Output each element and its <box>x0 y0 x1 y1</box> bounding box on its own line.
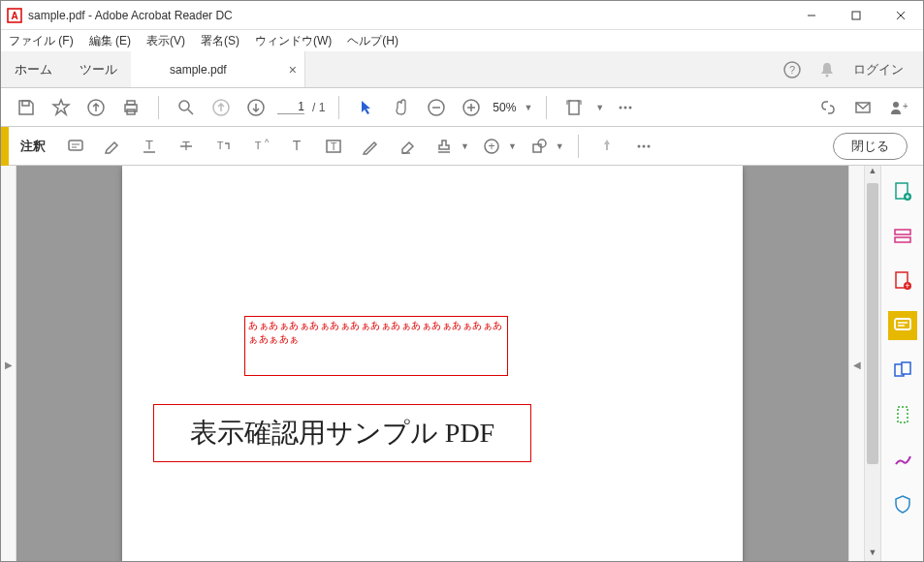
toolbar-marker <box>1 127 9 166</box>
chevron-right-icon: ▶ <box>5 359 13 370</box>
svg-rect-12 <box>127 101 135 105</box>
underline-icon[interactable]: T <box>135 133 164 160</box>
svg-point-14 <box>179 101 189 110</box>
svg-text:T: T <box>145 138 153 152</box>
share-person-icon[interactable]: + <box>884 94 911 121</box>
compress-icon[interactable] <box>888 400 917 429</box>
maximize-button[interactable] <box>834 1 878 30</box>
svg-line-15 <box>188 109 193 114</box>
document-viewer[interactable]: あぁあぁあぁあぁあぁあぁあぁあぁあぁあぁあぁあぁあぁあぁあぁ 表示確認用サンプル… <box>16 166 848 562</box>
page-total: / 1 <box>312 101 325 114</box>
tab-document[interactable]: sample.pdf × <box>131 51 305 87</box>
zoom-value[interactable]: 50% <box>493 101 516 114</box>
svg-rect-54 <box>895 230 910 234</box>
svg-text:+: + <box>905 281 909 291</box>
fit-dropdown-icon[interactable]: ▼ <box>595 103 604 112</box>
fill-sign-icon[interactable] <box>888 445 917 474</box>
organize-pages-icon[interactable] <box>888 222 917 251</box>
close-tab-icon[interactable]: × <box>289 62 297 78</box>
share-link-icon[interactable] <box>814 94 842 121</box>
menu-help[interactable]: ヘルプ(H) <box>343 31 402 51</box>
stamp-icon[interactable] <box>430 133 459 160</box>
svg-point-50 <box>642 144 645 147</box>
replace-text-icon[interactable]: T <box>208 133 238 160</box>
page-number-input[interactable] <box>277 100 304 114</box>
combine-files-icon[interactable] <box>888 356 917 385</box>
menu-file[interactable]: ファイル (F) <box>5 31 78 51</box>
right-panel-handle[interactable]: ◀ <box>848 166 864 562</box>
export-pdf-icon[interactable] <box>888 177 917 206</box>
eraser-icon[interactable] <box>393 133 422 160</box>
zoom-out-icon[interactable] <box>423 94 450 121</box>
zoom-dropdown-icon[interactable]: ▼ <box>524 103 532 112</box>
zoom-in-icon[interactable] <box>458 94 485 121</box>
star-icon[interactable] <box>48 94 75 121</box>
protect-icon[interactable] <box>888 489 917 518</box>
left-panel-handle[interactable]: ▶ <box>1 166 16 562</box>
more-tools-icon[interactable] <box>612 94 639 121</box>
strikethrough-icon[interactable]: T <box>172 133 201 160</box>
svg-rect-9 <box>22 101 29 106</box>
tab-home[interactable]: ホーム <box>1 51 66 87</box>
sticky-note-icon[interactable] <box>61 133 90 160</box>
print-icon[interactable] <box>117 94 144 121</box>
login-button[interactable]: ログイン <box>853 61 904 78</box>
svg-point-26 <box>629 106 632 109</box>
tab-document-label: sample.pdf <box>170 63 227 77</box>
window-title: sample.pdf - Adobe Acrobat Reader DC <box>28 9 789 22</box>
svg-point-8 <box>826 74 829 77</box>
search-icon[interactable] <box>173 94 200 121</box>
svg-rect-64 <box>898 407 908 422</box>
scroll-up-icon[interactable]: ▲ <box>865 166 880 181</box>
add-text-icon[interactable]: T <box>282 133 311 160</box>
prev-page-icon[interactable] <box>207 94 235 121</box>
next-page-icon[interactable] <box>242 94 270 121</box>
menubar: ファイル (F) 編集 (E) 表示(V) 署名(S) ウィンドウ(W) ヘルプ… <box>1 30 923 51</box>
insert-text-icon[interactable]: T^ <box>245 133 274 160</box>
window-controls <box>789 1 923 30</box>
shapes-dropdown-icon[interactable]: ▼ <box>556 141 564 151</box>
svg-rect-55 <box>895 237 910 242</box>
svg-point-25 <box>624 106 627 109</box>
chevron-left-icon: ◀ <box>853 359 861 370</box>
menu-view[interactable]: 表示(V) <box>143 31 189 51</box>
text-box-icon[interactable]: T <box>319 133 348 160</box>
email-icon[interactable] <box>849 94 876 121</box>
upload-icon[interactable] <box>82 94 110 121</box>
attach-dropdown-icon[interactable]: ▼ <box>508 141 517 151</box>
shapes-icon[interactable] <box>525 133 554 160</box>
attach-icon[interactable]: + <box>477 133 506 160</box>
vertical-scrollbar[interactable]: ▲ ▼ <box>864 166 880 562</box>
stamp-dropdown-icon[interactable]: ▼ <box>461 141 469 151</box>
tab-tools[interactable]: ツール <box>66 51 131 87</box>
svg-point-48 <box>538 140 546 147</box>
svg-rect-59 <box>895 319 910 329</box>
minimize-button[interactable] <box>789 1 834 30</box>
save-icon[interactable] <box>13 94 40 121</box>
comments-toolbar: 注釈 T T T T^ T T ▼ + ▼ ▼ 閉じる <box>1 127 923 166</box>
hand-icon[interactable] <box>388 94 415 121</box>
svg-rect-30 <box>69 140 82 150</box>
create-pdf-icon[interactable]: + <box>888 266 917 296</box>
comments-panel-icon[interactable] <box>888 311 917 340</box>
tools-side-panel: + <box>880 166 923 562</box>
annotation-textbox-1[interactable]: あぁあぁあぁあぁあぁあぁあぁあぁあぁあぁあぁあぁあぁあぁあぁ <box>244 316 508 376</box>
annotation-textbox-2[interactable]: 表示確認用サンプル PDF <box>153 404 531 462</box>
menu-window[interactable]: ウィンドウ(W) <box>251 31 335 51</box>
pin-icon[interactable] <box>592 133 621 160</box>
scroll-thumb[interactable] <box>867 183 878 464</box>
scroll-down-icon[interactable]: ▼ <box>865 547 880 562</box>
pencil-icon[interactable] <box>356 133 385 160</box>
close-comments-button[interactable]: 閉じる <box>833 133 908 160</box>
help-icon[interactable]: ? <box>783 61 801 78</box>
fit-page-icon[interactable] <box>560 94 588 121</box>
pointer-icon[interactable] <box>353 94 380 121</box>
more-comments-icon[interactable] <box>629 133 658 160</box>
bell-icon[interactable] <box>818 61 836 78</box>
svg-text:+: + <box>488 140 494 153</box>
svg-point-49 <box>637 144 640 147</box>
close-window-button[interactable] <box>878 1 923 30</box>
menu-sign[interactable]: 署名(S) <box>197 31 243 51</box>
menu-edit[interactable]: 編集 (E) <box>85 31 135 51</box>
highlight-icon[interactable] <box>98 133 127 160</box>
